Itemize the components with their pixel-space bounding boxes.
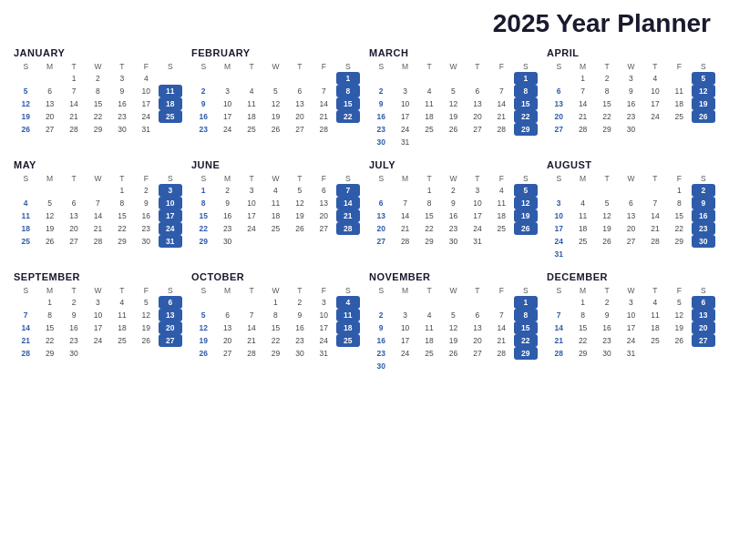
calendar-day: 27 xyxy=(466,347,489,360)
calendar-day: 22 xyxy=(263,334,287,347)
calendar-day: 19 xyxy=(14,110,37,123)
calendar-day: 17 xyxy=(240,209,263,222)
calendar-day: 8 xyxy=(336,85,360,97)
calendar-day: 21 xyxy=(393,222,416,235)
calendar-day: 16 xyxy=(692,209,715,222)
calendar-day: 25 xyxy=(489,222,513,235)
calendar-day: 20 xyxy=(288,110,312,123)
calendar-day: 28 xyxy=(62,123,86,136)
calendar-day: 2 xyxy=(595,296,619,309)
calendar-day xyxy=(466,72,489,85)
calendar-day: 12 xyxy=(134,309,158,321)
calendar-day: 21 xyxy=(570,110,594,123)
month-september: SEPTEMBERSMTWTFS123456789101112131415161… xyxy=(14,271,182,372)
calendar-day: 26 xyxy=(667,334,691,347)
calendar-day xyxy=(336,123,360,136)
calendar-day: 6 xyxy=(369,197,393,209)
calendar-day: 28 xyxy=(240,347,263,360)
calendar-day: 26 xyxy=(134,334,158,347)
calendar-day: 29 xyxy=(514,347,538,360)
calendar-day: 13 xyxy=(62,209,86,222)
day-header: W xyxy=(441,285,465,296)
day-header: W xyxy=(263,173,287,184)
day-header: S xyxy=(159,173,182,184)
day-header: M xyxy=(570,173,594,184)
calendar-day: 3 xyxy=(466,184,489,197)
calendar-day xyxy=(393,360,416,372)
day-header: T xyxy=(466,285,489,296)
calendar-day: 14 xyxy=(14,321,37,334)
calendar-day: 19 xyxy=(288,209,312,222)
calendar-day: 15 xyxy=(110,209,134,222)
day-header: F xyxy=(312,285,335,296)
calendar-day: 25 xyxy=(570,235,594,248)
calendar-day: 15 xyxy=(86,97,109,110)
calendar-day: 18 xyxy=(240,110,263,123)
day-header: S xyxy=(14,173,37,184)
calendar-day: 23 xyxy=(369,347,393,360)
calendar-day: 14 xyxy=(312,97,335,110)
day-header: S xyxy=(191,285,215,296)
day-header: F xyxy=(134,61,158,72)
calendar-day: 17 xyxy=(547,222,570,235)
calendar-day: 13 xyxy=(369,209,393,222)
calendar-day: 15 xyxy=(514,97,538,110)
calendar-day: 5 xyxy=(441,309,465,321)
calendar-day: 9 xyxy=(191,97,215,110)
calendar-day xyxy=(547,72,570,85)
day-header: T xyxy=(240,285,263,296)
calendar-day: 28 xyxy=(336,222,360,235)
calendar-day: 26 xyxy=(37,235,61,248)
calendar-day: 10 xyxy=(134,85,158,97)
calendar-day xyxy=(667,347,691,360)
calendar-day: 31 xyxy=(466,235,489,248)
calendar-day: 18 xyxy=(570,222,594,235)
day-header: T xyxy=(595,173,619,184)
calendar-day: 17 xyxy=(393,110,416,123)
calendar-day: 9 xyxy=(441,197,465,209)
calendar-day: 14 xyxy=(336,197,360,209)
day-header: M xyxy=(37,285,61,296)
calendar-day: 27 xyxy=(288,123,312,136)
calendar-day xyxy=(570,248,594,260)
calendar-day: 29 xyxy=(595,123,619,136)
day-header: T xyxy=(595,285,619,296)
calendar-day xyxy=(288,72,312,85)
calendar-day: 14 xyxy=(489,321,513,334)
calendar-day: 26 xyxy=(263,123,287,136)
calendar-day: 3 xyxy=(159,184,182,197)
calendar-day: 6 xyxy=(466,309,489,321)
day-header: T xyxy=(288,285,312,296)
calendar-day xyxy=(595,184,619,197)
calendar-day: 5 xyxy=(667,296,691,309)
month-title: NOVEMBER xyxy=(369,271,538,282)
calendar-day xyxy=(62,184,86,197)
calendar-day: 4 xyxy=(643,296,667,309)
day-header: T xyxy=(417,173,441,184)
month-november: NOVEMBERSMTWTFS1234567891011121314151617… xyxy=(369,271,538,372)
day-header: S xyxy=(159,61,182,72)
day-header: W xyxy=(619,61,642,72)
calendar-day: 5 xyxy=(134,296,158,309)
calendar-day: 2 xyxy=(692,184,715,197)
calendar-day xyxy=(667,123,691,136)
calendar-day: 21 xyxy=(547,334,570,347)
calendar-day: 23 xyxy=(62,334,86,347)
calendar-day: 23 xyxy=(441,222,465,235)
day-header: S xyxy=(692,61,715,72)
calendar-day: 10 xyxy=(393,321,416,334)
calendar-day xyxy=(466,136,489,148)
calendar-day: 29 xyxy=(191,235,215,248)
calendar-day: 30 xyxy=(369,136,393,148)
day-header: F xyxy=(489,173,513,184)
calendar-day: 31 xyxy=(547,248,570,260)
calendar-day: 17 xyxy=(619,321,642,334)
calendar-day: 29 xyxy=(110,235,134,248)
calendar-day: 15 xyxy=(191,209,215,222)
calendar-day: 1 xyxy=(263,296,287,309)
calendar-day: 17 xyxy=(643,97,667,110)
calendar-day xyxy=(489,296,513,309)
calendar-day: 9 xyxy=(595,309,619,321)
calendar-day: 3 xyxy=(240,184,263,197)
calendar-day: 15 xyxy=(263,321,287,334)
